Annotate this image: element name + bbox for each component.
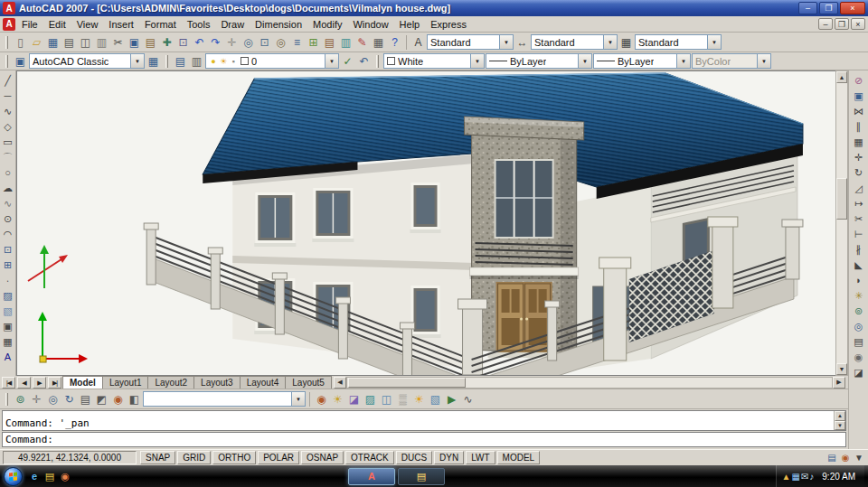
toolbar-grip[interactable] [165, 55, 168, 68]
tool-palettes-icon[interactable]: ▤ [322, 34, 337, 50]
messenger-icon[interactable]: ✉ [801, 472, 808, 482]
line-icon[interactable]: ╱ [1, 73, 15, 88]
model-canvas[interactable] [17, 71, 835, 375]
designcenter-icon[interactable]: ⊞ [306, 34, 321, 50]
coordinate-readout[interactable]: 49.9221, 42.1324, 0.0000 [3, 451, 137, 464]
toolbar-grip[interactable] [376, 55, 379, 68]
zoom-previous-icon[interactable]: ◎ [273, 34, 288, 50]
tab-layout2[interactable]: Layout2 [147, 376, 194, 389]
layer-previous-icon[interactable]: ↶ [356, 53, 372, 69]
menu-insert[interactable]: Insert [103, 18, 139, 31]
circle-icon[interactable]: ○ [1, 165, 15, 180]
properties-icon[interactable]: ≡ [289, 34, 305, 50]
maximize-button[interactable]: ❐ [819, 2, 838, 14]
mapping-icon[interactable]: ▨ [363, 391, 378, 407]
table-icon[interactable]: ▦ [1, 334, 15, 349]
chevron-down-icon[interactable]: ▼ [578, 54, 591, 68]
layer-unlock-icon[interactable]: ▪ [229, 57, 238, 66]
named-views-icon[interactable]: ▤ [78, 391, 93, 407]
layer-on-bulb-icon[interactable]: ● [209, 57, 218, 66]
toolbar-grip[interactable] [5, 393, 8, 406]
polygon-icon[interactable]: ◇ [1, 119, 15, 134]
status-toggle-dyn[interactable]: DYN [434, 451, 464, 464]
move-icon[interactable]: ✛ [852, 150, 866, 164]
render-preset-icon[interactable]: ◉ [110, 391, 126, 407]
chevron-down-icon[interactable]: ▼ [499, 35, 513, 49]
cut-icon[interactable]: ✂ [110, 34, 126, 50]
toolbar-grip[interactable] [5, 55, 8, 68]
menu-file[interactable]: File [16, 18, 43, 31]
render-icon[interactable]: ◉ [852, 350, 866, 364]
chevron-down-icon[interactable]: ▼ [291, 392, 305, 406]
table-style-icon[interactable]: ▦ [618, 34, 634, 50]
network-icon[interactable]: ▦ [791, 472, 799, 482]
titlebar[interactable]: A AutoCAD 2007 - [C:\Users\ADMIN\Favorit… [0, 0, 868, 16]
markup-set-manager-icon[interactable]: ✎ [354, 34, 370, 50]
menu-view[interactable]: View [71, 18, 104, 31]
status-toggle-polar[interactable]: POLAR [258, 451, 299, 464]
linetype-combo[interactable]: ByLayer ▼ [486, 53, 592, 69]
chevron-down-icon[interactable]: ▼ [470, 54, 484, 68]
lights-icon[interactable]: ☀ [330, 391, 345, 407]
status-toggle-grid[interactable]: GRID [177, 451, 211, 464]
command-history[interactable]: Command: '_pan ▲ ▼ [2, 410, 846, 431]
fog-icon[interactable]: ▒ [395, 391, 410, 407]
sun-properties-icon[interactable]: ☀ [411, 391, 427, 407]
match-properties-icon[interactable]: ✚ [159, 34, 175, 50]
tab-layout1[interactable]: Layout1 [102, 376, 149, 389]
taskbar-clock[interactable]: 9:20 AM [818, 472, 859, 482]
named-views-icon[interactable]: ▤ [852, 334, 866, 349]
copy-icon[interactable]: ▣ [852, 89, 866, 103]
save-workspace-icon[interactable]: ▦ [146, 53, 161, 69]
make-block-icon[interactable]: ⊞ [1, 258, 15, 272]
doc-restore-button[interactable]: ❐ [835, 18, 849, 30]
mirror-icon[interactable]: ⋈ [852, 104, 866, 118]
horizontal-scroll-track[interactable] [346, 377, 833, 389]
chevron-down-icon[interactable]: ▼ [130, 54, 144, 68]
layer-states-manager-icon[interactable]: ▥ [189, 53, 204, 69]
volume-icon[interactable]: ♪ [809, 472, 814, 482]
scroll-up-icon[interactable]: ▲ [836, 71, 847, 83]
new-icon[interactable]: ▯ [13, 34, 28, 50]
background-icon[interactable]: ◫ [379, 391, 394, 407]
tab-layout4[interactable]: Layout4 [240, 376, 287, 389]
status-toggle-model[interactable]: MODEL [497, 451, 541, 464]
layer-properties-manager-icon[interactable]: ▤ [173, 53, 188, 69]
undo-icon[interactable]: ↶ [192, 34, 207, 50]
menu-express[interactable]: Express [425, 18, 472, 31]
make-object-layer-current-icon[interactable]: ✓ [340, 53, 355, 69]
status-toggle-osnap[interactable]: OSNAP [301, 451, 344, 464]
redo-icon[interactable]: ↷ [208, 34, 223, 50]
lineweight-combo[interactable]: ByLayer ▼ [593, 53, 691, 69]
stretch-icon[interactable]: ↦ [852, 196, 866, 211]
first-tab-icon[interactable]: |◀ [2, 377, 15, 389]
erase-icon[interactable]: ⊘ [852, 73, 866, 88]
status-toggle-ortho[interactable]: ORTHO [212, 451, 256, 464]
command-window[interactable]: Command: '_pan ▲ ▼ Command: [0, 409, 848, 449]
viewport-horizontal-scrollbar[interactable]: ◀ ▶ [334, 377, 845, 389]
block-editor-icon[interactable]: ⊡ [175, 34, 191, 50]
ellipse-arc-icon[interactable]: ◠ [1, 227, 15, 241]
workspace-settings-icon[interactable]: ▣ [13, 53, 28, 69]
menu-edit[interactable]: Edit [43, 18, 71, 31]
command-scrollbar[interactable]: ▲ ▼ [834, 411, 845, 430]
construction-line-icon[interactable]: ─ [1, 89, 15, 103]
scroll-left-icon[interactable]: ◀ [334, 377, 346, 389]
previous-tab-icon[interactable]: ◀ [17, 377, 31, 389]
status-toggle-ducs[interactable]: DUCS [396, 451, 432, 464]
help-icon[interactable]: ? [387, 34, 402, 50]
render-icon[interactable]: ◉ [314, 391, 329, 407]
array-icon[interactable]: ▦ [852, 135, 866, 149]
color-combo[interactable]: White ▼ [383, 53, 485, 69]
file-explorer-icon[interactable]: ▤ [42, 469, 57, 483]
dim-style-combo[interactable]: Standard ▼ [531, 34, 618, 50]
taskbar-autocad-task[interactable]: A [348, 468, 395, 485]
trim-icon[interactable]: ✂ [852, 211, 866, 226]
menu-dimension[interactable]: Dimension [250, 18, 307, 31]
status-toggle-lwt[interactable]: LWT [466, 451, 495, 464]
menu-modify[interactable]: Modify [307, 18, 347, 31]
horizontal-scroll-thumb[interactable] [348, 378, 466, 388]
copy-clip-icon[interactable]: ▣ [127, 34, 142, 50]
render-preset-combo[interactable]: ▼ [143, 391, 306, 407]
vertical-scroll-thumb[interactable] [836, 178, 847, 220]
